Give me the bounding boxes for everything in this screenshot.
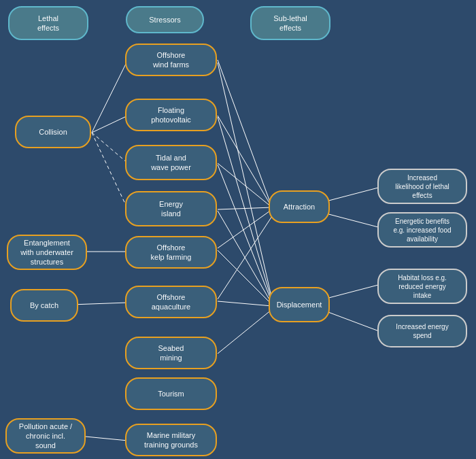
svg-line-9: [218, 163, 272, 207]
svg-line-10: [218, 207, 272, 209]
header-lethal-effects: Lethal effects: [8, 6, 88, 40]
attraction-node: Attraction: [269, 190, 330, 223]
svg-line-14: [218, 117, 272, 301]
increased-lethal-node: Increased likelihood of lethal effects: [377, 169, 467, 204]
seabed-mining-node: Seabed mining: [125, 337, 217, 369]
tidal-wave-node: Tidal and wave power: [125, 145, 217, 180]
svg-line-19: [218, 309, 272, 354]
svg-line-16: [218, 211, 272, 304]
energy-island-node: Energy island: [125, 191, 217, 226]
svg-line-3: [92, 133, 128, 209]
svg-line-21: [321, 212, 381, 228]
marine-training-node: Marine military training grounds: [125, 424, 217, 456]
svg-line-2: [92, 133, 128, 163]
svg-line-18: [218, 301, 272, 306]
energetic-benefits-node: Energetic benefits e.g. increased food a…: [377, 212, 467, 248]
svg-line-23: [321, 309, 381, 332]
offshore-wind-node: Offshore wind farms: [125, 44, 217, 76]
kelp-farming-node: Offshore kelp farming: [125, 236, 217, 269]
by-catch-node: By catch: [10, 289, 78, 322]
tourism-node: Tourism: [125, 377, 217, 410]
entanglement-node: Entanglement with underwater structures: [7, 235, 87, 270]
header-stressors: Stressors: [126, 6, 204, 33]
svg-line-17: [218, 250, 272, 305]
svg-line-12: [218, 214, 273, 299]
svg-line-20: [321, 187, 381, 203]
svg-line-0: [92, 60, 128, 133]
svg-line-22: [321, 284, 381, 300]
aquaculture-node: Offshore aquaculture: [125, 286, 217, 318]
collision-node: Collision: [15, 116, 91, 148]
svg-line-1: [92, 116, 128, 133]
svg-line-13: [218, 63, 272, 299]
svg-line-15: [218, 165, 272, 303]
svg-line-5: [71, 303, 128, 305]
habitat-loss-node: Habitat loss e.g. reduced energy intake: [377, 269, 467, 304]
svg-line-8: [218, 116, 272, 207]
pollution-node: Pollution acute / chronic incl. sound: [5, 418, 86, 454]
increased-energy-node: Increased energy spend: [377, 315, 467, 347]
svg-line-11: [218, 209, 272, 248]
header-sub-lethal-effects: Sub-lethal effects: [250, 6, 330, 40]
svg-line-7: [218, 60, 272, 207]
displacement-node: Displacement: [269, 287, 330, 322]
floating-pv-node: Floating photovoltaic: [125, 99, 217, 131]
